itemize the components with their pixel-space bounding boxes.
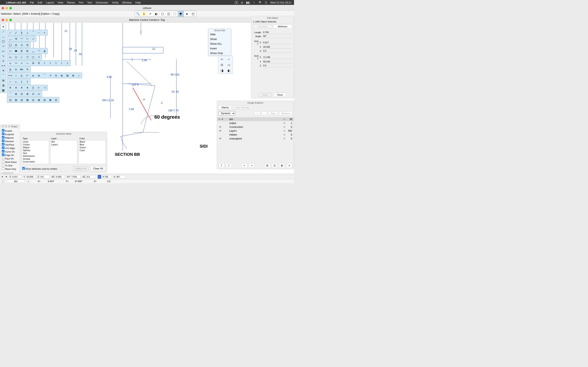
layer-row[interactable]: output✕1 xyxy=(217,121,294,125)
spline-tool-icon[interactable]: ∿ xyxy=(1,54,6,58)
selmask-layer-list[interactable]: dimLayer1 xyxy=(50,140,77,164)
ellipse-arc-icon[interactable]: ◡ xyxy=(30,49,36,53)
menu-pen[interactable]: Pen xyxy=(79,1,84,4)
zoom-tool-icon[interactable]: 🔍 xyxy=(135,11,141,17)
list-item[interactable]: Splines xyxy=(22,149,49,152)
menu-window[interactable]: Window xyxy=(122,1,132,4)
edit-angle-field[interactable] xyxy=(262,34,292,38)
eye-icon[interactable]: 👁 xyxy=(219,125,222,128)
snap-xyzalign[interactable]: XYZ Align xyxy=(2,146,18,150)
status-y[interactable] xyxy=(26,175,35,178)
ellipse-3pt-icon[interactable]: ⬬ xyxy=(13,49,18,53)
snap-midpoint[interactable]: Midpoint xyxy=(2,136,18,140)
ruler-next-icon[interactable]: > xyxy=(26,180,30,183)
edit-a-icon[interactable]: ⌐ xyxy=(8,79,13,84)
eye-icon[interactable]: 👁 xyxy=(219,137,222,140)
spotlight-icon[interactable]: 🔍 xyxy=(259,1,262,4)
pencil-icon[interactable]: ✎ xyxy=(218,118,220,121)
doc-minimize-icon[interactable] xyxy=(6,19,8,21)
line-tangent-icon[interactable]: ⌒ xyxy=(30,30,36,35)
arc-se-icon[interactable]: ⤺ xyxy=(25,36,30,41)
arc-tan-icon[interactable]: ◠ xyxy=(19,36,24,41)
ellipse-r2-icon[interactable]: R xyxy=(25,49,30,53)
eye-icon[interactable]: 👁 xyxy=(219,129,222,132)
menu-dimension[interactable]: Dimension xyxy=(96,1,108,4)
de-minus-button[interactable]: − xyxy=(261,111,267,115)
circle-tool-icon[interactable]: ◯ xyxy=(1,39,6,43)
menu-edit[interactable]: Edit xyxy=(38,1,42,4)
dim-base-icon[interactable]: ⊞ xyxy=(65,73,70,78)
rect-icon[interactable]: ▭ xyxy=(8,55,13,59)
line-single-icon[interactable]: ／ xyxy=(8,30,13,35)
show-hide-hide[interactable]: Hide xyxy=(208,32,231,37)
view-plan-icon[interactable]: ▢ xyxy=(159,11,165,17)
snap-workplane[interactable]: Work Plane xyxy=(2,160,18,164)
edit-c-icon[interactable]: ⌊ xyxy=(19,79,24,84)
de-delete-icon[interactable]: 🗑 xyxy=(279,163,285,168)
de-mode-select[interactable]: Dynamic xyxy=(219,111,235,116)
spline-fit-icon[interactable]: ≈ xyxy=(19,61,24,66)
layer-row[interactable]: 👁Layer1✕592 xyxy=(217,129,294,133)
axis-corner-icon[interactable]: ⌐ xyxy=(226,57,232,62)
polygon-tool-icon[interactable]: ▭ xyxy=(1,49,6,53)
snap-togrid[interactable]: To Grid xyxy=(2,164,18,167)
list-item[interactable]: Green xyxy=(79,146,105,149)
pat-b-icon[interactable]: ⊞ xyxy=(13,98,18,102)
list-item[interactable]: Cyan xyxy=(79,149,105,152)
pat-a-icon[interactable]: ⊡ xyxy=(8,98,13,102)
de-up-icon[interactable]: ⇧ xyxy=(219,163,224,168)
spline-c-icon[interactable]: ⌇ xyxy=(53,61,59,66)
text-tool-icon[interactable]: A xyxy=(1,58,6,63)
de-group-icon[interactable]: ⊡ xyxy=(272,163,277,168)
ellipse-tool-icon[interactable]: ⬭ xyxy=(1,44,6,48)
slot-icon[interactable]: ▢ xyxy=(30,55,36,59)
dimension-tool-icon[interactable]: ⟷ xyxy=(1,63,6,68)
star-icon[interactable]: ☆ xyxy=(19,55,24,59)
spline-a-icon[interactable]: ⌇ xyxy=(42,61,47,66)
selmask-color-list[interactable]: BlackBlueGreenCyan xyxy=(79,140,106,164)
trim-tool-icon[interactable]: ✕ xyxy=(1,68,6,73)
dim-rad-icon[interactable]: ⌀ xyxy=(30,73,36,78)
line-tool-icon[interactable]: ／ xyxy=(1,29,6,34)
user-icon[interactable]: ◎ xyxy=(241,1,243,4)
app-name[interactable]: Lithium v12 x64 xyxy=(6,1,26,4)
eye-icon[interactable]: 👁 xyxy=(221,118,224,121)
text-annot-icon[interactable]: ✎ xyxy=(25,67,30,72)
window-close-icon[interactable] xyxy=(2,7,4,9)
doc-maximize-icon[interactable] xyxy=(9,19,12,21)
menu-text[interactable]: Text xyxy=(87,1,92,4)
edit-end2-x[interactable] xyxy=(262,55,292,59)
snap-tanperp[interactable]: Tan/Perp xyxy=(2,143,18,146)
status-dx[interactable] xyxy=(55,175,65,178)
pat-g-icon[interactable]: ⊟ xyxy=(42,98,47,102)
layer-x-icon[interactable]: ✕ xyxy=(282,125,286,129)
status-x[interactable] xyxy=(12,175,21,178)
spline-conv-icon[interactable]: ∽ xyxy=(25,61,30,66)
list-item[interactable]: Cross hatch xyxy=(22,160,49,163)
de-down-icon[interactable]: ⇩ xyxy=(226,163,232,168)
show-hide-showonly[interactable]: Show Only xyxy=(208,51,231,55)
text-box-icon[interactable]: A̲ xyxy=(8,67,13,72)
edit-close-button[interactable]: Close xyxy=(274,93,286,97)
line-perp-icon[interactable]: ⊥ xyxy=(25,30,30,35)
list-item[interactable]: Text xyxy=(22,152,49,155)
status-z[interactable] xyxy=(40,175,49,178)
trim-e-icon[interactable]: ┼ xyxy=(30,85,36,90)
menu-help[interactable]: Help xyxy=(135,1,141,4)
fillet-c-icon[interactable]: ⊖ xyxy=(19,92,24,96)
selmask-selectall-button[interactable]: Select All xyxy=(73,166,89,171)
keyboard-icon[interactable]: A xyxy=(234,1,238,4)
spline-d-icon[interactable]: ⌇ xyxy=(59,61,64,66)
dim-y-icon[interactable]: ↕ xyxy=(76,73,81,78)
dim-arc-icon[interactable]: ⌒ xyxy=(42,73,47,78)
layer-row[interactable]: Hidden✕5 xyxy=(217,133,294,137)
fillet-tool-icon[interactable]: ⌒ xyxy=(1,73,6,78)
list-item[interactable]: Black xyxy=(79,140,105,143)
doc-close-icon[interactable] xyxy=(2,19,4,21)
arc-tool-icon[interactable]: ◡ xyxy=(1,34,6,39)
pat-d-icon[interactable]: ⊠ xyxy=(25,98,30,102)
menu-file[interactable]: File xyxy=(30,1,34,4)
axis-surf2-icon[interactable]: ◧ xyxy=(226,68,232,73)
de-menu-icon[interactable]: ≡ xyxy=(286,163,292,168)
list-item[interactable]: Ellipse xyxy=(22,146,49,149)
